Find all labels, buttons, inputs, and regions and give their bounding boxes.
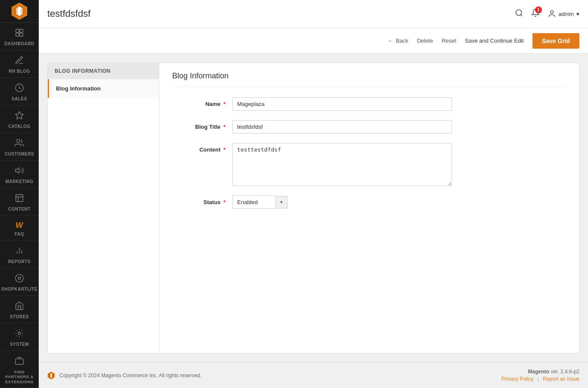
svg-line-22 xyxy=(520,14,522,16)
stores-icon xyxy=(15,301,24,313)
sidebar-item-marketing[interactable]: MARKETING xyxy=(0,161,39,188)
svg-rect-6 xyxy=(20,29,23,32)
marketing-icon xyxy=(15,166,24,177)
sidebar-item-faq[interactable]: W FAQ xyxy=(0,216,39,241)
action-bar: ← Back Delete Reset Save and Continue Ed… xyxy=(39,28,588,54)
svg-marker-3 xyxy=(16,7,18,15)
save-grid-button[interactable]: Save Grid xyxy=(532,33,579,49)
footer-right: Magento ver. 2.4.6-p2 Privacy Policy | R… xyxy=(501,369,579,382)
sidebar-item-reports[interactable]: REPORTS xyxy=(0,241,39,268)
back-label: Back xyxy=(396,37,409,44)
svg-marker-2 xyxy=(18,6,21,16)
catalog-icon xyxy=(15,111,24,122)
faq-icon: W xyxy=(15,221,23,230)
footer-links: Privacy Policy | Report an Issue xyxy=(501,376,579,382)
reset-button[interactable]: Reset xyxy=(442,37,456,44)
save-continue-button[interactable]: Save and Continue Edit xyxy=(465,37,524,44)
name-input[interactable] xyxy=(232,97,452,111)
name-field-row: Name * xyxy=(172,97,566,111)
sidebar-item-system[interactable]: SYSTEM xyxy=(0,323,39,351)
content-label: Content * xyxy=(172,143,232,153)
left-panel: BLOG INFORMATION Blog Information xyxy=(47,62,159,354)
status-required-star: * xyxy=(223,199,226,205)
sidebar-item-sales[interactable]: SALES xyxy=(0,78,39,106)
footer-left: Copyright © 2024 Magento Commerce Inc. A… xyxy=(47,372,201,379)
svg-point-18 xyxy=(18,277,21,279)
sidebar: DASHBOARD RH BLOG SALES CATALOG xyxy=(0,0,39,388)
report-issue-link[interactable]: Report an Issue xyxy=(543,376,579,382)
svg-point-23 xyxy=(550,11,553,14)
sidebar-item-faq-label: FAQ xyxy=(15,232,24,237)
admin-user-menu[interactable]: admin ▾ xyxy=(548,9,579,18)
header-right: 1 admin ▾ xyxy=(515,9,579,19)
privacy-policy-link[interactable]: Privacy Policy xyxy=(501,376,534,382)
footer-version-number: ver. 2.4.6-p2 xyxy=(551,369,579,375)
footer-copyright: Copyright © 2024 Magento Commerce Inc. A… xyxy=(59,372,201,379)
sidebar-item-system-label: SYSTEM xyxy=(10,342,29,347)
sidebar-item-reports-label: REPORTS xyxy=(8,259,31,264)
status-select-wrapper: Enabled Disabled ▾ xyxy=(232,196,288,209)
sidebar-item-stores[interactable]: STORES xyxy=(0,296,39,323)
sidebar-logo xyxy=(0,0,39,23)
svg-marker-4 xyxy=(21,7,23,15)
find-partners-icon xyxy=(15,356,24,368)
svg-rect-5 xyxy=(16,29,19,32)
right-panel: Blog Information Name * Blog Title * xyxy=(159,62,579,354)
admin-dropdown-icon: ▾ xyxy=(576,11,579,17)
content-textarea[interactable] xyxy=(232,143,452,186)
main-content: testfdsfdsf 1 admin xyxy=(39,0,588,388)
search-button[interactable] xyxy=(515,9,523,19)
dashboard-icon xyxy=(15,28,24,40)
footer-separator: | xyxy=(538,376,539,382)
blog-title-field-row: Blog Title * xyxy=(172,120,566,133)
rh-blog-icon xyxy=(15,56,24,67)
blog-title-required-star: * xyxy=(223,124,226,130)
sidebar-item-rh-blog-label: RH BLOG xyxy=(9,69,30,74)
sidebar-item-customers[interactable]: CUSTOMERS xyxy=(0,133,39,161)
footer-logo xyxy=(47,372,55,379)
save-continue-label: Save and Continue Edit xyxy=(465,37,524,44)
content-required-star: * xyxy=(223,146,226,153)
sidebar-item-shopkartlite-label: SHOPKARTLITE xyxy=(1,287,37,292)
sidebar-item-dashboard[interactable]: DASHBOARD xyxy=(0,23,39,50)
svg-point-17 xyxy=(15,274,23,282)
content-icon xyxy=(15,193,24,205)
sidebar-item-dashboard-label: DASHBOARD xyxy=(4,41,34,47)
status-dropdown-icon[interactable]: ▾ xyxy=(275,196,288,208)
sidebar-item-find-partners[interactable]: FIND PARTNERS & EXTENSIONS xyxy=(0,351,39,388)
top-header: testfdsfdsf 1 admin xyxy=(39,0,588,28)
back-arrow-icon: ← xyxy=(388,37,393,44)
back-button[interactable]: ← Back xyxy=(388,37,409,44)
footer: Copyright © 2024 Magento Commerce Inc. A… xyxy=(39,362,588,388)
sidebar-item-content[interactable]: CONTENT xyxy=(0,188,39,216)
sidebar-item-customers-label: CUSTOMERS xyxy=(5,152,34,157)
name-label: Name * xyxy=(172,97,232,107)
content-area: BLOG INFORMATION Blog Information Blog I… xyxy=(39,62,588,362)
svg-marker-12 xyxy=(15,168,19,173)
delete-button[interactable]: Delete xyxy=(417,37,433,44)
content-field-row: Content * xyxy=(172,143,566,186)
sidebar-item-shopkartlite[interactable]: SHOPKARTLITE xyxy=(0,268,39,296)
notification-badge: 1 xyxy=(535,6,542,13)
reports-icon xyxy=(15,246,24,258)
sidebar-item-stores-label: STORES xyxy=(10,314,29,320)
reset-label: Reset xyxy=(442,37,456,44)
form-title: Blog Information xyxy=(172,71,566,87)
sidebar-item-marketing-label: MARKETING xyxy=(5,179,33,184)
svg-marker-26 xyxy=(50,373,52,377)
page-title: testfdsfdsf xyxy=(47,8,90,19)
sidebar-item-catalog[interactable]: CATALOG xyxy=(0,106,39,133)
sidebar-item-rh-blog[interactable]: RH BLOG xyxy=(0,50,39,78)
blog-title-input[interactable] xyxy=(232,120,452,133)
customers-icon xyxy=(15,138,24,150)
status-select[interactable]: Enabled Disabled xyxy=(232,196,275,209)
sidebar-item-find-partners-label: FIND PARTNERS & EXTENSIONS xyxy=(2,369,37,384)
notification-button[interactable]: 1 xyxy=(531,9,540,19)
footer-version-label: Magento xyxy=(528,369,549,375)
name-required-star: * xyxy=(223,101,226,107)
sidebar-item-sales-label: SALES xyxy=(12,96,27,102)
blog-title-label: Blog Title * xyxy=(172,120,232,130)
svg-rect-13 xyxy=(16,195,23,202)
blog-information-nav-item[interactable]: Blog Information xyxy=(48,79,159,98)
save-grid-label: Save Grid xyxy=(542,37,570,44)
